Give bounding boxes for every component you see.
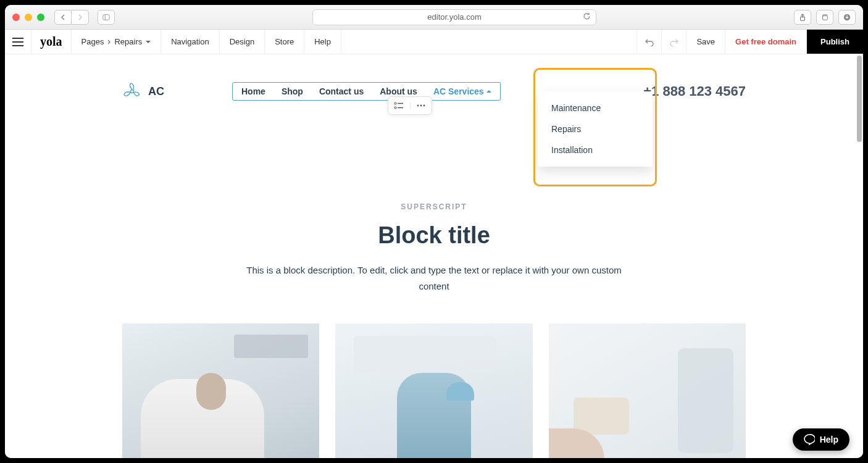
share-icon[interactable]	[794, 10, 811, 25]
nav-services[interactable]: AC Services	[433, 86, 491, 96]
content-block[interactable]: SUPERSCRIPT Block title This is a block …	[122, 202, 746, 458]
vertical-scrollbar[interactable]	[856, 54, 862, 458]
image-row	[122, 323, 746, 458]
reload-icon[interactable]	[583, 12, 591, 22]
browser-window: editor.yola.com yola Pages	[5, 5, 863, 458]
brand-text: AC	[148, 85, 164, 98]
dropdown-item-installation[interactable]: Installation	[538, 140, 653, 161]
image-placeholder-1[interactable]	[122, 323, 319, 458]
scrollbar-thumb[interactable]	[857, 56, 862, 142]
editor-toolbar: yola Pages Repairs Navigation Design Sto…	[5, 30, 863, 54]
sidebar-toggle-icon[interactable]	[98, 10, 115, 25]
help-button[interactable]: Help	[304, 30, 341, 54]
element-tools-popup	[388, 96, 432, 115]
chevron-right-icon	[107, 40, 111, 44]
services-dropdown: Maintenance Repairs Installation	[538, 91, 653, 167]
help-widget[interactable]: Help	[793, 428, 849, 451]
nav-about[interactable]: About us	[380, 86, 417, 96]
browser-forward-button[interactable]	[72, 10, 89, 25]
redo-button[interactable]	[662, 30, 686, 54]
publish-button[interactable]: Publish	[807, 30, 863, 54]
window-minimize-icon[interactable]	[25, 14, 32, 21]
chevron-up-icon	[486, 90, 491, 93]
window-maximize-icon[interactable]	[37, 14, 44, 21]
pages-breadcrumb[interactable]: Pages Repairs	[72, 30, 162, 54]
yola-logo[interactable]: yola	[31, 30, 72, 54]
svg-rect-3	[823, 15, 828, 20]
phone-number[interactable]: +1 888 123 4567	[643, 83, 746, 99]
list-options-icon[interactable]	[388, 102, 411, 109]
tabs-icon[interactable]	[816, 10, 833, 25]
svg-point-14	[420, 105, 422, 107]
nav-contact[interactable]: Contact us	[319, 86, 364, 96]
downloads-icon[interactable]	[838, 10, 856, 25]
nav-shop[interactable]: Shop	[282, 86, 303, 96]
hamburger-menu-button[interactable]	[5, 30, 31, 54]
nav-services-label: AC Services	[433, 86, 484, 96]
svg-rect-9	[394, 102, 396, 104]
block-title[interactable]: Block title	[122, 222, 746, 249]
window-close-icon[interactable]	[12, 14, 20, 21]
dropdown-item-maintenance[interactable]: Maintenance	[538, 98, 653, 119]
dropdown-item-repairs[interactable]: Repairs	[538, 119, 653, 140]
block-description[interactable]: This is a block description. To edit, cl…	[236, 262, 632, 294]
fan-icon	[122, 81, 142, 101]
image-placeholder-3[interactable]	[549, 323, 746, 458]
svg-point-13	[417, 105, 419, 107]
editor-canvas: AC Home Shop Contact us About us AC Serv…	[5, 54, 863, 458]
chat-icon	[804, 434, 815, 445]
pages-label: Pages	[81, 37, 104, 46]
get-free-domain-link[interactable]: Get free domain	[725, 30, 807, 54]
browser-chrome: editor.yola.com	[5, 5, 863, 30]
address-bar[interactable]: editor.yola.com	[312, 9, 596, 25]
navigation-button[interactable]: Navigation	[161, 30, 219, 54]
svg-rect-0	[103, 14, 109, 20]
design-button[interactable]: Design	[220, 30, 265, 54]
block-superscript[interactable]: SUPERSCRIPT	[122, 202, 746, 211]
chevron-down-icon	[146, 41, 151, 43]
url-text: editor.yola.com	[427, 12, 481, 22]
svg-point-15	[423, 105, 425, 107]
more-options-icon[interactable]	[411, 104, 432, 107]
undo-button[interactable]	[637, 30, 662, 54]
nav-home[interactable]: Home	[241, 86, 265, 96]
site-navigation[interactable]: Home Shop Contact us About us AC Service…	[232, 82, 501, 101]
svg-rect-11	[394, 107, 396, 109]
store-button[interactable]: Store	[265, 30, 304, 54]
svg-point-8	[131, 90, 134, 93]
site-logo[interactable]: AC	[122, 81, 164, 101]
browser-back-button[interactable]	[54, 10, 72, 25]
save-button[interactable]: Save	[686, 30, 725, 54]
current-page-label: Repairs	[114, 37, 142, 46]
help-widget-label: Help	[820, 435, 838, 444]
image-placeholder-2[interactable]	[335, 323, 532, 458]
